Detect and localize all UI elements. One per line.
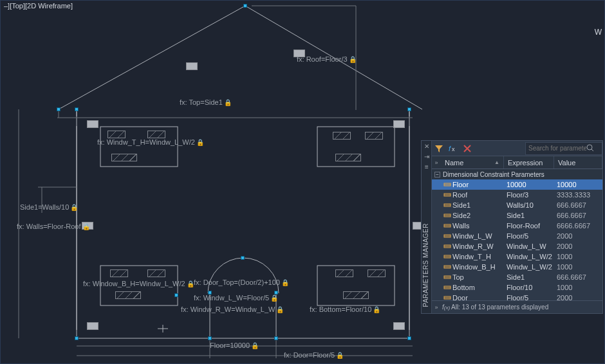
grip[interactable] bbox=[57, 107, 60, 111]
dim-side1[interactable]: Side1=Walls/10🔒 bbox=[20, 203, 78, 211]
lock-icon: 🔒 bbox=[371, 306, 380, 313]
grip[interactable] bbox=[75, 336, 79, 340]
constraint-icon[interactable] bbox=[393, 322, 405, 330]
row-expression[interactable]: Windw_L_W/2 bbox=[504, 263, 554, 271]
row-expression[interactable]: Floor/3 bbox=[504, 191, 554, 199]
col-name[interactable]: Name▲ bbox=[441, 156, 504, 168]
delete-icon[interactable] bbox=[460, 141, 474, 156]
constraint-icon[interactable] bbox=[186, 62, 198, 70]
table-row[interactable]: Side2Side1666.6667 bbox=[432, 210, 602, 221]
row-expression[interactable]: 10000 bbox=[504, 181, 554, 188]
panel-footer: » f(x) All: 13 of 13 parameters displaye… bbox=[432, 300, 602, 313]
window-hatch bbox=[110, 269, 128, 277]
dimension-icon bbox=[442, 242, 452, 250]
row-value: 1000 bbox=[554, 263, 602, 271]
col-value[interactable]: Value bbox=[554, 156, 602, 168]
table-row[interactable]: Windw_L_WFloor/52000 bbox=[432, 231, 602, 241]
row-value: 2000 bbox=[554, 294, 602, 300]
row-expression[interactable]: Floor-Roof bbox=[504, 222, 554, 230]
table-row[interactable]: DoorFloor/52000 bbox=[432, 293, 602, 300]
table-row[interactable]: Side1Walls/10666.6667 bbox=[432, 200, 602, 210]
constraint-icon[interactable] bbox=[87, 322, 98, 330]
fx-footer-icon: f(x) bbox=[441, 304, 451, 311]
row-expression[interactable]: Floor/10 bbox=[504, 284, 554, 291]
table-row[interactable]: Floor1000010000 bbox=[432, 179, 602, 190]
footer-expand-icon[interactable]: » bbox=[432, 304, 441, 311]
search-field[interactable] bbox=[525, 142, 602, 155]
collapse-icon[interactable]: − bbox=[434, 172, 440, 177]
dim-roof[interactable]: fx: Roof=Floor/3🔒 bbox=[297, 55, 357, 63]
window-hatch bbox=[147, 131, 165, 138]
row-expression[interactable]: Side1 bbox=[504, 212, 554, 219]
lock-icon: 🔒 bbox=[280, 279, 289, 286]
dimension-icon bbox=[442, 284, 452, 291]
row-value: 666.6667 bbox=[554, 212, 602, 219]
group-header[interactable]: − Dimensional Constraint Parameters bbox=[432, 169, 602, 179]
table-row[interactable]: Window_B_HWindw_L_W/21000 bbox=[432, 262, 602, 272]
drawing-canvas[interactable]: fx: Roof=Floor/3🔒 fx: Top=Side1🔒 Side1=W… bbox=[1, 1, 422, 364]
lock-icon: 🔒 bbox=[275, 306, 284, 313]
dim-wrw[interactable]: fx: Windw_R_W=Windw_L_W🔒 bbox=[181, 305, 284, 313]
table-row[interactable]: TopSide1666.6667 bbox=[432, 272, 602, 282]
row-expression[interactable]: Side1 bbox=[504, 273, 554, 281]
row-value: 2000 bbox=[554, 232, 602, 240]
lock-icon: 🔒 bbox=[335, 352, 344, 359]
row-value: 666.6667 bbox=[554, 273, 602, 281]
row-expression[interactable]: Walls/10 bbox=[504, 201, 554, 209]
dimension-icon bbox=[442, 253, 452, 260]
grip[interactable] bbox=[407, 336, 411, 340]
grip[interactable] bbox=[174, 293, 178, 297]
lock-icon: 🔒 bbox=[81, 223, 90, 230]
filter-icon[interactable] bbox=[432, 141, 446, 156]
dim-wlw[interactable]: fx: Windw_L_W=Floor/5🔒 bbox=[194, 294, 278, 302]
dimension-icon bbox=[442, 212, 452, 219]
dim-wbh[interactable]: fx: Window_B_H=Windw_L_W/2🔒 bbox=[83, 280, 194, 287]
window-hatch bbox=[335, 269, 353, 277]
table-row[interactable]: Windw_R_WWindw_L_W2000 bbox=[432, 241, 602, 251]
fx-icon[interactable]: fx bbox=[446, 141, 460, 156]
table-row[interactable]: WallsFloor-Roof6666.6667 bbox=[432, 221, 602, 231]
grip[interactable] bbox=[274, 336, 278, 340]
row-expression[interactable]: Floor/5 bbox=[504, 232, 554, 240]
row-value: 1000 bbox=[554, 253, 602, 260]
svg-point-17 bbox=[587, 145, 592, 150]
panel-titlebar[interactable]: ✕ ⇥ ≡ PARAMETERS MANAGER bbox=[422, 141, 432, 313]
row-value: 3333.3333 bbox=[554, 191, 602, 199]
dim-bottom[interactable]: fx: Bottom=Floor/10🔒 bbox=[310, 305, 380, 313]
dimension-icon bbox=[442, 191, 452, 199]
grip[interactable] bbox=[407, 107, 411, 111]
dim-floor[interactable]: Floor=10000🔒 bbox=[210, 341, 259, 349]
dim-wth[interactable]: fx: Windw_T_H=Windw_L_W/2🔒 bbox=[97, 138, 204, 146]
svg-text:x: x bbox=[452, 146, 455, 152]
grip[interactable] bbox=[243, 4, 247, 8]
parameter-rows: Floor1000010000RoofFloor/33333.3333Side1… bbox=[432, 179, 602, 300]
constraint-icon[interactable] bbox=[393, 120, 405, 128]
row-expression[interactable]: Floor/5 bbox=[504, 294, 554, 300]
table-row[interactable]: BottomFloor/101000 bbox=[432, 282, 602, 293]
dim-doortop[interactable]: fx: Door_Top=(Door/2)+100🔒 bbox=[194, 278, 289, 286]
svg-line-18 bbox=[591, 149, 593, 151]
table-row[interactable]: RoofFloor/33333.3333 bbox=[432, 190, 602, 200]
row-expression[interactable]: Windw_L_W/2 bbox=[504, 253, 554, 260]
menu-icon[interactable]: ≡ bbox=[422, 161, 432, 172]
row-expression[interactable]: Windw_L_W bbox=[504, 242, 554, 250]
parameters-manager-panel: ✕ ⇥ ≡ PARAMETERS MANAGER fx bbox=[421, 140, 603, 314]
dim-top[interactable]: fx: Top=Side1🔒 bbox=[180, 98, 232, 106]
pin-icon[interactable]: ⇥ bbox=[422, 151, 432, 161]
dim-walls[interactable]: fx: Walls=Floor-Roof🔒 bbox=[17, 223, 90, 230]
constraint-icon[interactable] bbox=[87, 120, 98, 128]
dim-door[interactable]: fx: Door=Floor/5🔒 bbox=[284, 351, 344, 359]
cad-viewport[interactable]: –][Top][2D Wireframe] W bbox=[0, 0, 605, 364]
sort-asc-icon: ▲ bbox=[494, 159, 499, 165]
search-input[interactable] bbox=[528, 145, 586, 152]
dimension-icon bbox=[442, 273, 452, 281]
grip[interactable] bbox=[208, 336, 212, 340]
table-row[interactable]: Windw_T_HWindw_L_W/21000 bbox=[432, 251, 602, 262]
col-expression[interactable]: Expression bbox=[504, 156, 554, 168]
grip[interactable] bbox=[241, 256, 245, 260]
search-icon[interactable] bbox=[586, 144, 594, 153]
row-name: Windw_L_W bbox=[452, 232, 492, 240]
grip[interactable] bbox=[75, 107, 79, 111]
expand-all-icon[interactable]: » bbox=[432, 156, 441, 168]
close-icon[interactable]: ✕ bbox=[422, 141, 432, 151]
